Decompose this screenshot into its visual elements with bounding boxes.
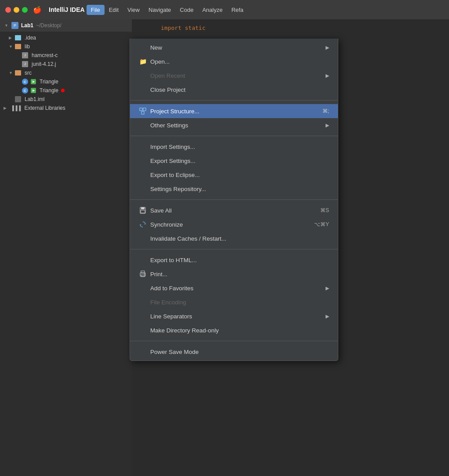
project-tree: .idea lib J hamcrest-c J junit-4.12.j	[0, 32, 132, 114]
export-eclipse-icon	[139, 171, 147, 179]
sidebar-item-src[interactable]: src	[0, 69, 132, 77]
svg-rect-1	[143, 108, 146, 111]
menu-item-add-favorites[interactable]: Add to Favorites ▶	[130, 281, 338, 295]
ext-libs-label: External Libraries	[24, 105, 65, 111]
menu-section-6: Power Save Mode	[130, 343, 338, 361]
idea-folder-icon	[15, 35, 21, 40]
open-label: Open...	[150, 58, 329, 65]
triangle1-java-icon: C	[22, 79, 28, 85]
project-title: Lab1	[21, 22, 33, 29]
close-project-icon	[139, 86, 147, 94]
sidebar-item-lib[interactable]: lib	[0, 42, 132, 51]
menu-item-settings-repo[interactable]: Settings Repository...	[130, 182, 338, 196]
add-favorites-arrow: ▶	[326, 285, 329, 291]
sidebar-item-idea[interactable]: .idea	[0, 33, 132, 42]
code-line: import static	[132, 24, 449, 33]
triangle1-label: Triangle	[40, 79, 58, 85]
project-structure-icon	[139, 107, 147, 115]
menu-section-4: Save All ⌘S Synchronize ⌥⌘Y	[130, 202, 338, 247]
menu-item-other-settings[interactable]: Other Settings ▶	[130, 118, 338, 132]
triangle2-error-badge	[61, 89, 65, 92]
separator-2	[130, 136, 338, 136]
svg-rect-2	[141, 112, 144, 114]
menubar: 🍎 IntelliJ IDEA File Edit View Navigate …	[0, 0, 449, 19]
app-name: IntelliJ IDEA	[49, 6, 85, 13]
sidebar-item-external-libs[interactable]: ▐▐▐ External Libraries	[0, 104, 132, 112]
menu-analyze[interactable]: Analyze	[198, 5, 227, 15]
menu-item-project-structure[interactable]: Project Structure... ⌘;	[130, 104, 338, 118]
line-separators-arrow: ▶	[326, 314, 329, 319]
main-area: P Lab1 ~/Desktop/ .idea lib J hamcrest-c	[0, 19, 449, 476]
lib-expand-arrow	[9, 44, 13, 49]
svg-point-11	[144, 274, 145, 274]
save-all-label: Save All	[150, 207, 317, 214]
menu-item-make-read-only[interactable]: Make Directory Read-only	[130, 323, 338, 337]
menu-item-export-html[interactable]: Export to HTML...	[130, 253, 338, 267]
menu-item-open-recent[interactable]: Open Recent ▶	[130, 69, 338, 83]
menu-view[interactable]: View	[123, 5, 144, 15]
project-icon: P	[11, 22, 18, 29]
menu-item-export-settings[interactable]: Export Settings...	[130, 154, 338, 168]
traffic-lights	[5, 7, 28, 13]
minimize-button[interactable]	[14, 7, 19, 13]
idea-label: .idea	[25, 35, 36, 41]
sidebar-item-junit[interactable]: J junit-4.12.j	[0, 60, 132, 69]
menu-item-invalidate-caches[interactable]: Invalidate Caches / Restart...	[130, 231, 338, 245]
menu-file[interactable]: File	[87, 5, 105, 15]
invalidate-caches-icon	[139, 234, 147, 242]
svg-rect-10	[141, 275, 145, 277]
menu-navigate[interactable]: Navigate	[144, 5, 175, 15]
open-recent-icon	[139, 72, 147, 79]
open-icon: 📁	[139, 58, 147, 65]
print-label: Print...	[150, 271, 329, 278]
menu-section-2: Project Structure... ⌘; Other Settings ▶	[130, 102, 338, 134]
separator-3	[130, 199, 338, 200]
hamcrest-jar-icon: J	[22, 52, 28, 58]
export-html-label: Export to HTML...	[150, 257, 329, 263]
junit-jar-icon: J	[22, 61, 28, 67]
menu-section-5: Export to HTML... Print...	[130, 251, 338, 339]
menu-item-open[interactable]: 📁 Open...	[130, 54, 338, 69]
menu-section-1: New ▶ 📁 Open... Open Recent ▶ Close Pro	[130, 39, 338, 98]
open-recent-label: Open Recent	[150, 72, 320, 79]
svg-rect-9	[141, 271, 145, 273]
maximize-button[interactable]	[22, 7, 28, 13]
settings-repo-label: Settings Repository...	[150, 186, 329, 192]
export-eclipse-label: Export to Eclipse...	[150, 172, 329, 178]
menu-item-export-eclipse[interactable]: Export to Eclipse...	[130, 168, 338, 182]
menu-item-power-save[interactable]: Power Save Mode	[130, 345, 338, 359]
menu-item-file-encoding[interactable]: File Encoding	[130, 295, 338, 309]
menu-item-import-settings[interactable]: Import Settings...	[130, 140, 338, 154]
src-expand-arrow	[9, 71, 13, 75]
close-button[interactable]	[5, 7, 11, 13]
menu-item-close-project[interactable]: Close Project	[130, 83, 338, 97]
save-all-shortcut: ⌘S	[320, 207, 329, 213]
menu-item-line-separators[interactable]: Line Separators ▶	[130, 309, 338, 323]
sidebar-item-triangle2[interactable]: C ▶ Triangle	[0, 86, 132, 95]
sidebar-item-triangle1[interactable]: C ▶ Triangle	[0, 77, 132, 86]
apple-menu-icon[interactable]: 🍎	[33, 6, 42, 14]
add-favorites-icon	[139, 284, 147, 292]
menu-item-new[interactable]: New ▶	[130, 40, 338, 54]
sidebar-item-lab1iml[interactable]: Lab1.iml	[0, 95, 132, 104]
triangle2-test-icon: ▶	[31, 88, 36, 93]
other-settings-label: Other Settings	[150, 122, 320, 129]
file-dropdown-menu: New ▶ 📁 Open... Open Recent ▶ Close Pro	[130, 39, 338, 361]
project-header: P Lab1 ~/Desktop/	[0, 19, 132, 32]
menu-item-synchronize[interactable]: Synchronize ⌥⌘Y	[130, 217, 338, 231]
sidebar-item-hamcrest[interactable]: J hamcrest-c	[0, 51, 132, 60]
ext-libs-icon: ▐▐▐	[11, 105, 21, 111]
menu-edit[interactable]: Edit	[105, 5, 123, 15]
other-settings-icon	[139, 121, 147, 129]
triangle2-label: Triangle	[40, 87, 58, 94]
project-structure-label: Project Structure...	[150, 108, 319, 115]
menu-item-print[interactable]: Print...	[130, 267, 338, 281]
lib-label: lib	[25, 43, 30, 50]
import-settings-icon	[139, 143, 147, 151]
menu-code[interactable]: Code	[175, 5, 198, 15]
project-expand-arrow[interactable]	[4, 23, 9, 28]
svg-rect-0	[140, 108, 142, 111]
menu-item-save-all[interactable]: Save All ⌘S	[130, 203, 338, 217]
menu-refa[interactable]: Refa	[227, 5, 248, 15]
file-encoding-label: File Encoding	[150, 299, 329, 306]
